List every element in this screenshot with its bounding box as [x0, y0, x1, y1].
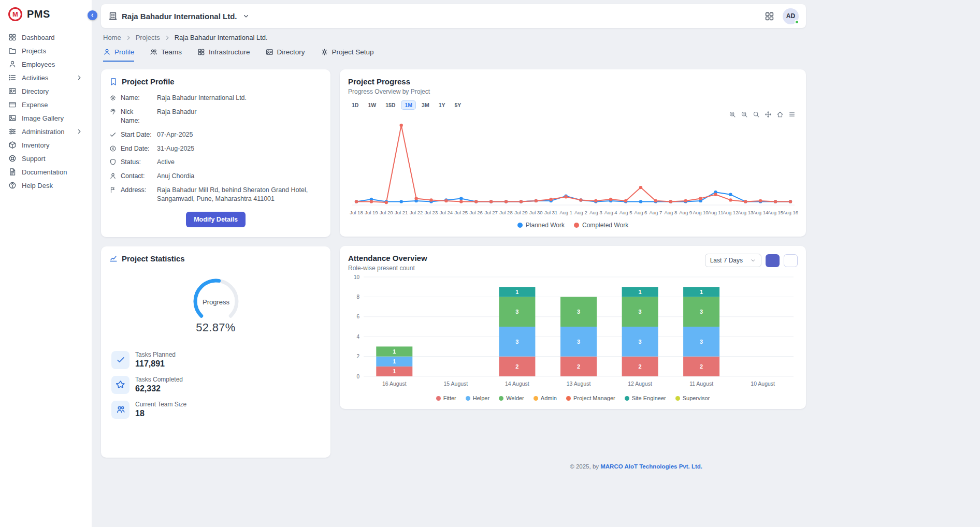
x-axis-label: Jul 27	[484, 210, 497, 215]
data-point[interactable]	[429, 198, 433, 201]
tab-infrastructure[interactable]: Infrastructure	[197, 48, 250, 62]
tab-project-setup[interactable]: Project Setup	[321, 48, 374, 62]
table-view-toggle[interactable]	[784, 254, 798, 267]
line-chart-legend: Planned WorkCompleted Work	[348, 222, 798, 229]
legend-item[interactable]: Welder	[499, 395, 524, 401]
project-statistics-card: Project Statistics Progress 52.87%	[101, 246, 330, 458]
sidebar-item-documentation[interactable]: Documentation	[0, 165, 92, 179]
data-point[interactable]	[355, 200, 358, 203]
data-point[interactable]	[520, 200, 523, 203]
data-point[interactable]	[579, 198, 582, 201]
data-point[interactable]	[639, 200, 642, 203]
dashboard-icon	[8, 33, 17, 41]
main-area: Raja Bahadur International Ltd. AD Home …	[92, 0, 980, 527]
app-logo[interactable]: M PMS	[0, 0, 92, 27]
tab-directory[interactable]: Directory	[266, 48, 305, 62]
data-point[interactable]	[729, 198, 732, 201]
sidebar-item-dashboard[interactable]: Dashboard	[0, 31, 92, 44]
range-1y[interactable]: 1Y	[435, 100, 449, 110]
sidebar-item-support[interactable]: Support	[0, 152, 92, 165]
legend-item[interactable]: Helper	[466, 395, 489, 401]
data-point[interactable]	[624, 199, 627, 202]
legend-item[interactable]: Site Engineer	[625, 395, 666, 401]
data-point[interactable]	[744, 200, 747, 203]
profile-field-contact: Contact: Anuj Chordia	[109, 172, 322, 181]
bar-value-label: 3	[639, 339, 642, 345]
data-point[interactable]	[489, 200, 493, 203]
data-point[interactable]	[535, 199, 538, 202]
sidebar-item-directory[interactable]: Directory	[0, 84, 92, 98]
company-selector[interactable]: Raja Bahadur International Ltd.	[108, 11, 251, 21]
zoom-out-icon[interactable]	[741, 111, 748, 118]
tab-profile[interactable]: Profile	[103, 48, 134, 62]
sidebar-item-expense[interactable]: Expense	[0, 98, 92, 111]
data-point[interactable]	[505, 200, 508, 203]
menu-icon[interactable]	[788, 111, 796, 118]
breadcrumb-projects[interactable]: Projects	[136, 34, 160, 41]
legend-item[interactable]: Fitter	[436, 395, 456, 401]
apps-grid-icon[interactable]	[765, 11, 774, 21]
legend-item[interactable]: Supervisor	[675, 395, 710, 401]
x-axis-label: Aug 6	[635, 210, 647, 215]
data-point[interactable]	[459, 197, 463, 200]
sidebar-item-administration[interactable]: Administration	[0, 125, 92, 138]
legend-item[interactable]: Admin	[534, 395, 557, 401]
sidebar-collapse-button[interactable]	[88, 10, 97, 20]
data-point[interactable]	[444, 199, 448, 202]
range-15d[interactable]: 15D	[382, 100, 399, 110]
data-point[interactable]	[789, 200, 792, 203]
data-point[interactable]	[639, 186, 642, 189]
data-point[interactable]	[759, 199, 762, 202]
pan-icon[interactable]	[765, 111, 772, 118]
selection-zoom-icon[interactable]	[753, 111, 760, 118]
home-icon[interactable]	[776, 111, 784, 118]
data-point[interactable]	[414, 197, 417, 200]
bar-value-label: 3	[577, 339, 580, 345]
tab-teams[interactable]: Teams	[150, 48, 182, 62]
data-point[interactable]	[774, 200, 777, 203]
range-3m[interactable]: 3M	[418, 100, 433, 110]
line-chart[interactable]: Jul 18Jul 19Jul 20Jul 21Jul 22Jul 23Jul …	[348, 118, 798, 219]
data-point[interactable]	[370, 200, 373, 203]
data-point[interactable]	[654, 199, 657, 202]
data-point[interactable]	[474, 200, 478, 203]
data-point[interactable]	[714, 193, 717, 196]
x-axis-label: Aug 4	[604, 210, 617, 215]
sidebar-item-label: Projects	[22, 47, 46, 55]
range-5y[interactable]: 5Y	[451, 100, 465, 110]
data-point[interactable]	[385, 201, 388, 204]
zoom-in-icon[interactable]	[729, 111, 736, 118]
modify-details-button[interactable]: Modify Details	[186, 212, 246, 227]
legend-item[interactable]: Project Manager	[566, 395, 615, 401]
data-point[interactable]	[684, 199, 687, 202]
data-point[interactable]	[400, 200, 403, 203]
sidebar-item-help-desk[interactable]: Help Desk	[0, 179, 92, 192]
sidebar-item-image-gallery[interactable]: Image Gallery	[0, 111, 92, 125]
date-range-select[interactable]: Last 7 Days	[705, 254, 761, 267]
breadcrumb-home[interactable]: Home	[103, 34, 121, 41]
data-point[interactable]	[609, 198, 612, 201]
bar-chart[interactable]: 024681011116 August15 August233114 Augus…	[348, 272, 798, 393]
data-point[interactable]	[459, 200, 463, 203]
sidebar-item-projects[interactable]: Projects	[0, 44, 92, 57]
gauge-label: Progress	[202, 298, 229, 306]
data-point[interactable]	[669, 200, 672, 203]
legend-item[interactable]: Completed Work	[574, 222, 628, 229]
sidebar-item-employees[interactable]: Employees	[0, 57, 92, 71]
range-1w[interactable]: 1W	[364, 100, 380, 110]
footer-link[interactable]: MARCO AIoT Technologies Pvt. Ltd.	[600, 463, 702, 470]
sidebar: M PMS Dashboard Projects Employees Activ…	[0, 0, 92, 527]
legend-item[interactable]: Planned Work	[517, 222, 565, 229]
user-avatar[interactable]: AD	[783, 8, 799, 24]
range-1d[interactable]: 1D	[348, 100, 362, 110]
bar-view-toggle[interactable]	[766, 254, 780, 267]
data-point[interactable]	[564, 195, 567, 198]
data-point[interactable]	[729, 193, 732, 196]
data-point[interactable]	[699, 197, 702, 200]
data-point[interactable]	[400, 124, 403, 127]
data-point[interactable]	[594, 199, 597, 202]
sidebar-item-inventory[interactable]: Inventory	[0, 138, 92, 152]
sidebar-item-activities[interactable]: Activities	[0, 71, 92, 84]
range-1m[interactable]: 1M	[401, 100, 416, 110]
data-point[interactable]	[550, 198, 553, 201]
